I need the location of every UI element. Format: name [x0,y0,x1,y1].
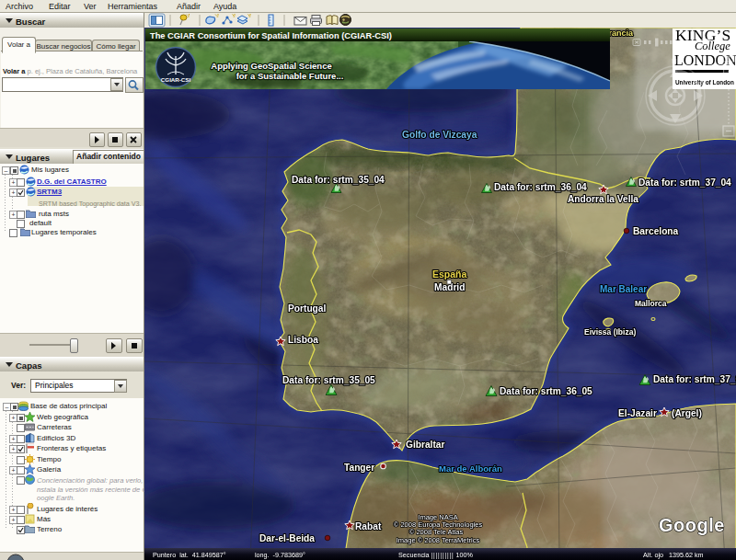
svg-text:Applying GeoSpatial Science: Applying GeoSpatial Science [211,61,331,71]
svg-text:Mallorca: Mallorca [635,299,667,308]
svg-text:El-Jazair: El-Jazair [618,408,657,418]
svg-text:Gibraltar: Gibraltar [406,440,444,450]
svg-text:Portugal: Portugal [288,303,326,314]
svg-text:Dar-el-Beida: Dar-el-Beida [259,533,315,543]
svg-text:© 2008 Tele Atlas: © 2008 Tele Atlas [409,528,464,536]
svg-text:Golfo de Vizcaya: Golfo de Vizcaya [402,130,477,140]
svg-text:(Argel): (Argel) [672,408,702,418]
svg-text:Data for: srtm_36_04: Data for: srtm_36_04 [494,182,587,192]
svg-text:Mar Balear: Mar Balear [600,284,647,294]
svg-text:Data for: srtm_36_05: Data for: srtm_36_05 [500,386,592,396]
svg-text:Andorra la Vella: Andorra la Vella [568,194,638,204]
svg-text:Barcelona: Barcelona [633,226,679,236]
svg-text:Mar de Alborán: Mar de Alborán [439,463,502,474]
svg-text:Data for: srtm_35_05: Data for: srtm_35_05 [282,375,375,385]
svg-text:CGIAR-CSI: CGIAR-CSI [161,76,191,83]
svg-text:Image © 2008 TerraMetrics: Image © 2008 TerraMetrics [397,536,480,544]
svg-text:Data for: srtm_37_05: Data for: srtm_37_05 [653,374,736,384]
svg-text:Rabat: Rabat [355,521,382,531]
svg-text:Eivissa (Ibiza): Eivissa (Ibiza) [584,327,636,337]
svg-text:Google: Google [659,515,725,535]
svg-text:The CGIAR Consortium for Spati: The CGIAR Consortium for Spatial Informa… [150,31,392,40]
svg-text:for a Sustainable Future...: for a Sustainable Future... [236,71,344,81]
svg-text:Tanger: Tanger [344,463,374,473]
svg-text:España: España [432,269,467,280]
svg-text:Data for: srtm_35_04: Data for: srtm_35_04 [292,175,385,185]
svg-text:Data for: srtm_37_04: Data for: srtm_37_04 [638,177,731,188]
svg-text:Lisboa: Lisboa [288,335,318,345]
